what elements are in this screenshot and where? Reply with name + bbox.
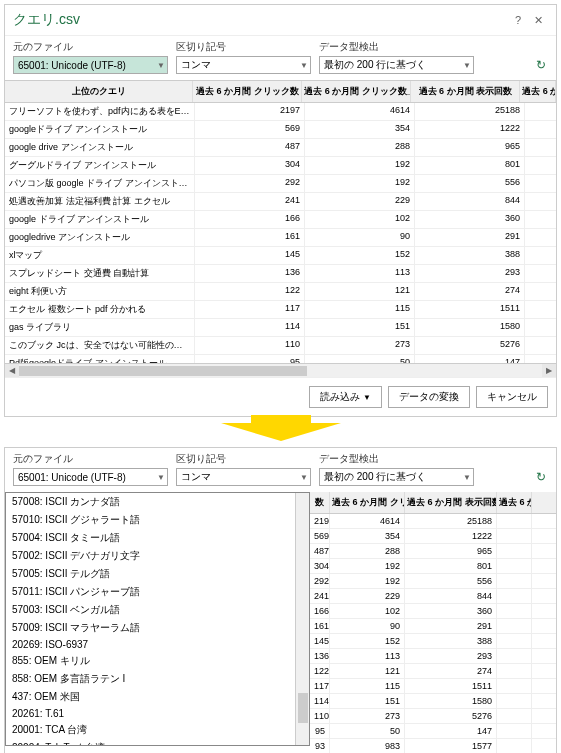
datatype-detect-dropdown[interactable]: 最初の 200 行に基づく ▼ [319, 468, 474, 486]
table-row[interactable]: パソコン版 google ドライブ アンインストール292192556 [5, 175, 556, 193]
table-row[interactable]: 292192556 [310, 574, 556, 589]
scroll-left-icon[interactable]: ◀ [5, 364, 19, 378]
encoding-option[interactable]: 437: OEM 米国 [6, 688, 309, 706]
table-row[interactable]: googledrive アンインストール16190291 [5, 229, 556, 247]
controls-row: 元のファイル 65001: Unicode (UTF-8) ▼ 区切り記号 コン… [5, 36, 556, 80]
encoding-option[interactable]: 20261: T.61 [6, 706, 309, 721]
table-row[interactable]: Pd版googleドライブ アンインストール9550147 [5, 355, 556, 363]
help-button[interactable]: ? [508, 12, 528, 28]
table-row[interactable]: 304192801 [310, 559, 556, 574]
table-row[interactable]: 939831577 [310, 739, 556, 753]
table-row[interactable]: xlマップ145152388 [5, 247, 556, 265]
col-header[interactable]: 過去 6 か月間 クリック数 [193, 81, 302, 102]
table-row[interactable]: 2197461425188 [310, 514, 556, 529]
col-header[interactable]: 過去 6 か [520, 81, 556, 102]
close-button[interactable]: ✕ [528, 12, 548, 28]
file-origin-dropdown[interactable]: 65001: Unicode (UTF-8) ▼ [13, 56, 168, 74]
table-row[interactable]: 241229844 [310, 589, 556, 604]
table-row[interactable]: このブック Jcは、安全ではない可能性のある外部ソー...1102735276 [5, 337, 556, 355]
col-header[interactable]: 上位のクエリ [5, 81, 193, 102]
cell: Pd版googleドライブ アンインストール [5, 355, 195, 363]
table-row[interactable]: スプレッドシート 交通費 自動計算136113293 [5, 265, 556, 283]
encoding-option[interactable]: 57005: ISCII テルグ語 [6, 565, 309, 583]
cancel-button[interactable]: キャンセル [476, 386, 548, 408]
encoding-option[interactable]: 57002: ISCII デバナガリ文字 [6, 547, 309, 565]
table-row[interactable]: 処遇改善加算 法定福利費 計算 エクセル241229844 [5, 193, 556, 211]
scroll-thumb[interactable] [298, 693, 308, 723]
cell [497, 619, 532, 633]
cell: 241 [310, 589, 330, 603]
encoding-option[interactable]: 20004: TeleText 台湾 [6, 739, 309, 746]
encoding-option[interactable]: 20001: TCA 台湾 [6, 721, 309, 739]
cell: 122 [195, 283, 305, 300]
encoding-option[interactable]: 20269: ISO-6937 [6, 637, 309, 652]
cell: 354 [305, 121, 415, 138]
cell: 273 [330, 709, 405, 723]
table-row[interactable]: gas ライブラリ1141511580 [5, 319, 556, 337]
horizontal-scrollbar[interactable]: ◀ ▶ [5, 363, 556, 377]
cell: 166 [310, 604, 330, 618]
table-row[interactable]: google drive アンインストール487288965 [5, 139, 556, 157]
transform-button[interactable]: データの変換 [388, 386, 470, 408]
table-row[interactable]: 166102360 [310, 604, 556, 619]
titlebar: クエリ.csv ? ✕ [5, 5, 556, 36]
table-row[interactable]: グーグルドライブ アンインストール304192801 [5, 157, 556, 175]
cell: 145 [310, 634, 330, 648]
scroll-right-icon[interactable]: ▶ [542, 364, 556, 378]
cell [497, 709, 532, 723]
table-row[interactable]: 1171151511 [310, 679, 556, 694]
table-row[interactable]: googleドライブ アンインストール5693541222 [5, 121, 556, 139]
controls-row-2: 元のファイル 65001: Unicode (UTF-8) ▼ 区切り記号 コン… [5, 448, 556, 492]
cell: 229 [330, 589, 405, 603]
delimiter-dropdown[interactable]: コンマ ▼ [176, 56, 311, 74]
load-button[interactable]: 読み込み▼ [309, 386, 382, 408]
table-row[interactable]: 145152388 [310, 634, 556, 649]
col-header[interactable]: 過去 6 か月間 表示回数 [411, 81, 520, 102]
table-row[interactable]: フリーソフトを使わず、pdf内にある表をExcelに変換す...21974614… [5, 103, 556, 121]
table-row[interactable]: 16190291 [310, 619, 556, 634]
datatype-detect-dropdown[interactable]: 最初の 200 行に基づく ▼ [319, 56, 474, 74]
file-origin-dropdown[interactable]: 65001: Unicode (UTF-8) ▼ [13, 468, 168, 486]
encoding-option[interactable]: 57004: ISCII タミール語 [6, 529, 309, 547]
cell: 処遇改善加算 法定福利費 計算 エクセル [5, 193, 195, 210]
col-header[interactable]: 過去 6 か [497, 492, 532, 513]
table-row[interactable]: google ドライブ アンインストール166102360 [5, 211, 556, 229]
table-row[interactable]: 9550147 [310, 724, 556, 739]
cell: 102 [330, 604, 405, 618]
col-header[interactable]: 過去 6 か月間 クリック数_1 [302, 81, 411, 102]
table-row[interactable]: エクセル 複数シート pdf 分かれる1171151511 [5, 301, 556, 319]
table-row[interactable]: 122121274 [310, 664, 556, 679]
table-row[interactable]: eight 利便い方122121274 [5, 283, 556, 301]
encoding-option[interactable]: 855: OEM キリル [6, 652, 309, 670]
delimiter-dropdown[interactable]: コンマ ▼ [176, 468, 311, 486]
cell: 2197 [310, 514, 330, 528]
encoding-option[interactable]: 57003: ISCII ベンガル語 [6, 601, 309, 619]
encoding-option[interactable]: 57009: ISCII マラヤーラム語 [6, 619, 309, 637]
delimiter-label: 区切り記号 [176, 40, 311, 54]
col-header[interactable]: 過去 6 か月間 クリック数_1 [330, 492, 405, 513]
table-row[interactable]: 1141511580 [310, 694, 556, 709]
col-header[interactable]: 数 [310, 492, 330, 513]
cell: 1511 [415, 301, 525, 318]
scroll-thumb[interactable] [19, 366, 307, 376]
cell: 192 [330, 559, 405, 573]
cell: 151 [305, 319, 415, 336]
scroll-track[interactable] [19, 364, 542, 378]
cell: 115 [330, 679, 405, 693]
encoding-option[interactable]: 57011: ISCII パンジャーブ語 [6, 583, 309, 601]
cell: 110 [310, 709, 330, 723]
encoding-listbox[interactable]: 57008: ISCII カンナダ語57010: ISCII グジャラート語57… [5, 492, 310, 746]
table-row[interactable]: 1102735276 [310, 709, 556, 724]
refresh-icon[interactable]: ↻ [534, 56, 548, 74]
table-row[interactable]: 136113293 [310, 649, 556, 664]
table-row[interactable]: 487288965 [310, 544, 556, 559]
encoding-option[interactable]: 858: OEM 多言語ラテン I [6, 670, 309, 688]
cell: 1511 [405, 679, 497, 693]
cell: 288 [330, 544, 405, 558]
encoding-option[interactable]: 57008: ISCII カンナダ語 [6, 493, 309, 511]
col-header[interactable]: 過去 6 か月間 表示回数 [405, 492, 497, 513]
refresh-icon[interactable]: ↻ [534, 468, 548, 486]
list-scrollbar[interactable] [295, 493, 309, 745]
table-row[interactable]: 5693541222 [310, 529, 556, 544]
encoding-option[interactable]: 57010: ISCII グジャラート語 [6, 511, 309, 529]
